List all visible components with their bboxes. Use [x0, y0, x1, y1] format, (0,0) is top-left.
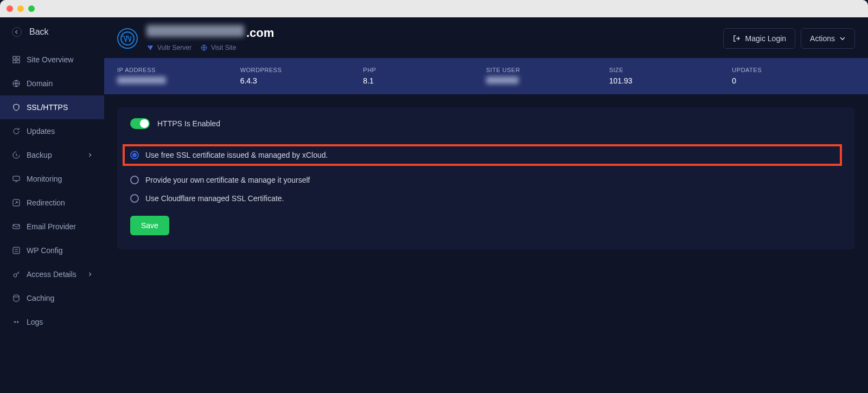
- window-close-dot[interactable]: [7, 5, 13, 12]
- sidebar-item-ssl-https[interactable]: SSL/HTTPS: [0, 95, 104, 119]
- stat-label: SITE USER: [486, 67, 609, 73]
- ssl-option-list: Use free SSL certificate issued & manage…: [130, 144, 842, 203]
- actions-label: Actions: [810, 34, 835, 43]
- sidebar-item-label: Access Details: [27, 270, 76, 279]
- sidebar-item-backup[interactable]: Backup: [0, 143, 104, 167]
- svg-rect-5: [13, 176, 20, 181]
- sidebar: Back Site Overview Domain SSL/HTTPS Upda…: [0, 17, 104, 393]
- radio-unselected-icon: [130, 194, 139, 203]
- chevron-left-icon: [12, 27, 22, 37]
- stat-value: 8.1: [363, 76, 486, 85]
- magic-login-label: Magic Login: [745, 34, 787, 43]
- radio-selected-icon: [130, 151, 139, 159]
- redacted-site-user-value: [486, 76, 519, 84]
- visit-site-link[interactable]: Visit Site: [200, 44, 236, 51]
- main-content: .com Vultr Server Visit Site Magic Login: [104, 17, 868, 393]
- svg-point-10: [14, 295, 19, 297]
- sidebar-item-email-provider[interactable]: Email Provider: [0, 215, 104, 239]
- window-zoom-dot[interactable]: [28, 5, 35, 12]
- chevron-right-icon: [88, 153, 92, 157]
- monitor-icon: [12, 175, 21, 183]
- sidebar-item-caching[interactable]: Caching: [0, 286, 104, 310]
- logs-icon: [12, 318, 21, 326]
- ssl-option-label: Use Cloudflare managed SSL Certificate.: [145, 194, 284, 203]
- login-icon: [732, 34, 741, 43]
- mail-icon: [12, 222, 21, 231]
- cache-icon: [12, 294, 21, 302]
- shield-icon: [12, 103, 21, 112]
- stat-php: PHP 8.1: [363, 67, 486, 86]
- svg-rect-7: [13, 224, 20, 229]
- wordpress-logo-icon: [117, 28, 138, 49]
- sidebar-item-monitoring[interactable]: Monitoring: [0, 167, 104, 191]
- sidebar-item-label: Redirection: [27, 198, 65, 207]
- sidebar-item-site-overview[interactable]: Site Overview: [0, 48, 104, 72]
- stat-value: 0: [732, 76, 855, 85]
- svg-point-11: [121, 32, 134, 45]
- stats-bar: IP ADDRESS WORDPRESS 6.4.3 PHP 8.1 SITE …: [104, 58, 868, 94]
- stat-site-user: SITE USER: [486, 67, 609, 86]
- svg-rect-3: [17, 60, 20, 63]
- chevron-right-icon: [88, 272, 92, 276]
- sidebar-nav: Site Overview Domain SSL/HTTPS Updates B…: [0, 48, 104, 334]
- ssl-option-label: Use free SSL certificate issued & manage…: [145, 151, 328, 159]
- stat-label: SIZE: [609, 67, 732, 73]
- sidebar-item-label: Backup: [27, 151, 52, 159]
- config-icon: [12, 246, 21, 255]
- svg-rect-1: [17, 56, 20, 59]
- sidebar-item-access-details[interactable]: Access Details: [0, 262, 104, 286]
- magic-login-button[interactable]: Magic Login: [723, 28, 796, 49]
- stat-updates: UPDATES 0: [732, 67, 855, 86]
- ssl-option-free-xcloud[interactable]: Use free SSL certificate issued & manage…: [130, 151, 328, 159]
- globe-icon: [200, 44, 208, 51]
- sidebar-item-logs[interactable]: Logs: [0, 310, 104, 334]
- stat-value: 6.4.3: [240, 76, 363, 85]
- server-info[interactable]: Vultr Server: [146, 44, 192, 51]
- sidebar-item-label: Email Provider: [27, 222, 76, 231]
- https-toggle-label: HTTPS Is Enabled: [157, 119, 220, 128]
- sidebar-item-wp-config[interactable]: WP Config: [0, 239, 104, 262]
- https-toggle[interactable]: [130, 118, 150, 129]
- backup-icon: [12, 151, 21, 159]
- sidebar-item-label: Caching: [27, 294, 54, 302]
- server-label: Vultr Server: [157, 44, 192, 51]
- globe-icon: [12, 79, 21, 88]
- back-label: Back: [29, 27, 49, 37]
- window-minimize-dot[interactable]: [17, 5, 24, 12]
- highlighted-option: Use free SSL certificate issued & manage…: [123, 144, 842, 166]
- key-icon: [12, 270, 21, 279]
- macos-titlebar: [0, 0, 868, 17]
- sidebar-item-domain[interactable]: Domain: [0, 72, 104, 95]
- svg-rect-0: [13, 56, 16, 59]
- ssl-option-label: Provide your own certificate & manage it…: [145, 176, 310, 184]
- overview-icon: [12, 55, 21, 64]
- sidebar-item-label: WP Config: [27, 246, 63, 255]
- ssl-settings-panel: HTTPS Is Enabled Use free SSL certificat…: [117, 107, 855, 249]
- stat-size: SIZE 101.93: [609, 67, 732, 86]
- redirect-icon: [12, 198, 21, 207]
- https-toggle-row: HTTPS Is Enabled: [130, 118, 842, 129]
- actions-button[interactable]: Actions: [801, 28, 855, 49]
- ssl-option-own-cert[interactable]: Provide your own certificate & manage it…: [130, 176, 842, 184]
- stat-wordpress: WORDPRESS 6.4.3: [240, 67, 363, 86]
- chevron-down-icon: [839, 35, 846, 42]
- sidebar-item-updates[interactable]: Updates: [0, 119, 104, 143]
- domain-suffix: .com: [246, 26, 274, 40]
- sidebar-item-label: Site Overview: [27, 55, 73, 64]
- site-title: .com: [146, 25, 274, 40]
- back-button[interactable]: Back: [0, 17, 104, 48]
- sidebar-item-label: SSL/HTTPS: [27, 103, 68, 112]
- visit-site-label: Visit Site: [211, 44, 236, 51]
- site-title-block: .com Vultr Server Visit Site: [146, 25, 274, 51]
- refresh-icon: [12, 127, 21, 136]
- stat-ip-address: IP ADDRESS: [117, 67, 240, 86]
- vultr-icon: [146, 44, 154, 51]
- stat-label: IP ADDRESS: [117, 67, 240, 73]
- stat-label: PHP: [363, 67, 486, 73]
- svg-rect-2: [13, 60, 16, 63]
- page-header: .com Vultr Server Visit Site Magic Login: [104, 17, 868, 58]
- save-button[interactable]: Save: [130, 216, 169, 235]
- stat-label: WORDPRESS: [240, 67, 363, 73]
- sidebar-item-redirection[interactable]: Redirection: [0, 191, 104, 215]
- ssl-option-cloudflare[interactable]: Use Cloudflare managed SSL Certificate.: [130, 194, 842, 203]
